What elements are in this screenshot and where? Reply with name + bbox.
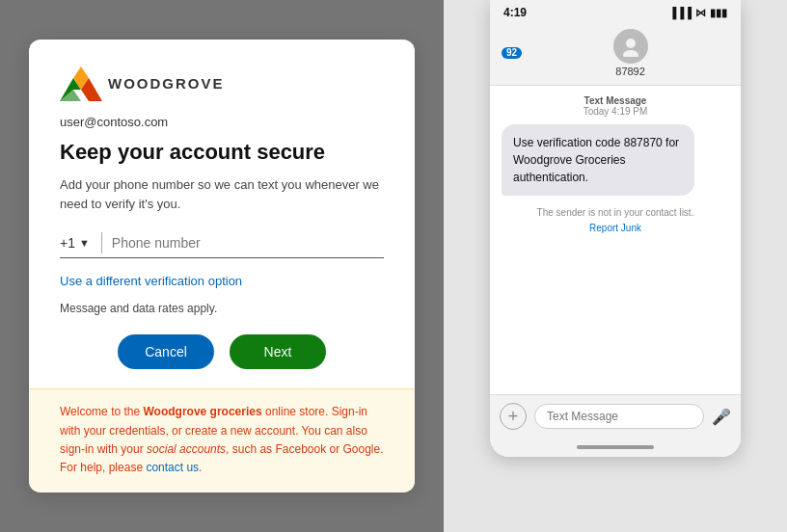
wifi-icon: ⋈: [695, 7, 706, 19]
phone-status-bar: 4:19 ▐▐▐ ⋈ ▮▮▮: [490, 0, 741, 23]
footer-bold1: Woodgrove groceries: [143, 405, 261, 418]
home-indicator: [490, 438, 741, 457]
back-button[interactable]: 92: [502, 47, 522, 59]
phone-row: +1 ▼: [60, 232, 384, 258]
right-panel: 4:19 ▐▐▐ ⋈ ▮▮▮ 92 87892: [444, 0, 787, 532]
phone-time: 4:19: [503, 6, 527, 19]
contact-avatar: [613, 29, 648, 64]
svg-point-4: [626, 39, 636, 48]
footer-italic1: social accounts: [147, 442, 226, 456]
footer-text-end: .: [199, 461, 202, 474]
sms-text-input[interactable]: [534, 404, 704, 429]
rates-text: Message and data rates apply.: [60, 302, 384, 315]
msg-time: Today 4:19 PM: [502, 106, 729, 117]
contact-info: 87892: [531, 29, 729, 77]
svg-point-5: [623, 50, 638, 57]
woodgrove-logo-icon: [60, 66, 102, 101]
country-code-value: +1: [60, 235, 75, 251]
footer-text-start: Welcome to the: [60, 405, 143, 418]
logo-area: WOODGROVE: [60, 66, 384, 101]
not-in-contacts-label: The sender is not in your contact list.: [502, 205, 729, 221]
report-junk-link[interactable]: Report Junk: [589, 223, 641, 233]
signal-icon: ▐▐▐: [669, 7, 692, 18]
contact-number: 87892: [615, 66, 645, 77]
footer-contact-link[interactable]: contact us: [146, 461, 199, 474]
sub-text: Add your phone number so we can text you…: [60, 175, 384, 213]
button-row: Cancel Next: [60, 334, 384, 369]
country-code-selector[interactable]: +1 ▼: [60, 235, 94, 251]
mic-icon[interactable]: 🎤: [712, 408, 731, 426]
battery-icon: ▮▮▮: [710, 7, 727, 19]
messages-area: Text Message Today 4:19 PM Use verificat…: [490, 86, 741, 394]
phone-mockup: 4:19 ▐▐▐ ⋈ ▮▮▮ 92 87892: [490, 0, 741, 457]
not-in-contacts-text: The sender is not in your contact list. …: [502, 205, 729, 236]
left-panel: WOODGROVE user@contoso.com Keep your acc…: [0, 0, 444, 532]
message-time-label: Text Message Today 4:19 PM: [502, 95, 729, 117]
logo-text: WOODGROVE: [108, 75, 225, 92]
status-icons: ▐▐▐ ⋈ ▮▮▮: [669, 7, 727, 19]
chevron-down-icon: ▼: [79, 237, 90, 249]
auth-card: WOODGROVE user@contoso.com Keep your acc…: [29, 40, 415, 492]
msg-type: Text Message: [502, 95, 729, 106]
phone-header: 92 87892: [490, 23, 741, 86]
add-attachment-button[interactable]: +: [500, 403, 527, 430]
sms-bubble: Use verification code 887870 for Woodgro…: [502, 124, 694, 196]
phone-input-bar: + 🎤: [490, 394, 741, 438]
cancel-button[interactable]: Cancel: [118, 334, 214, 369]
next-button[interactable]: Next: [230, 334, 326, 369]
main-heading: Keep your account secure: [60, 139, 384, 167]
alt-verification-link[interactable]: Use a different verification option: [60, 274, 384, 288]
footer-text: Welcome to the Woodgrove groceries onlin…: [60, 403, 384, 477]
home-bar: [577, 445, 654, 449]
user-email: user@contoso.com: [60, 115, 384, 129]
footer-banner: Welcome to the Woodgrove groceries onlin…: [29, 388, 415, 492]
phone-input[interactable]: [112, 235, 384, 251]
vertical-divider: [101, 232, 102, 253]
